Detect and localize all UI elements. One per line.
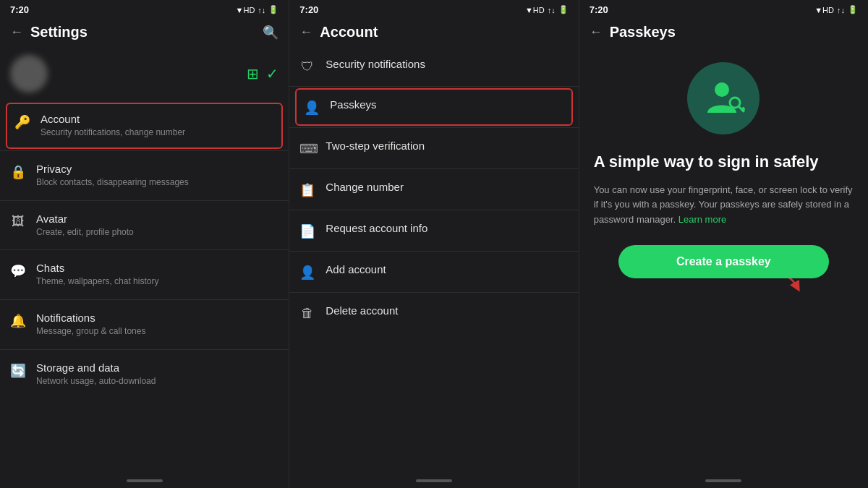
add-account-text: Add account [326,263,568,277]
avatar[interactable] [10,55,48,93]
screen-title-3: Passkeys [610,24,858,40]
bottom-bar-2 [289,474,578,488]
add-account-icon: 👤 [299,265,315,281]
menu-item-request-info[interactable]: 📄 Request account info [289,212,578,249]
change-number-title: Change number [326,181,568,193]
menu-item-change-number[interactable]: 📋 Change number [289,171,578,208]
svg-point-0 [715,82,729,97]
request-info-icon: 📄 [299,223,315,239]
battery-icon-3: 🔋 [848,5,858,14]
chats-icon: 💬 [10,263,26,279]
home-indicator-1 [127,479,163,482]
security-notifications-title: Security notifications [326,58,568,70]
signal-icon-2: ↑↓ [548,6,556,14]
bottom-bar-3 [579,474,868,488]
change-number-icon: 📋 [299,182,315,198]
screen-title-1: Settings [30,24,263,40]
network-icon-3: ▼HD [814,6,834,14]
menu-item-avatar[interactable]: 🖼 Avatar Create, edit, profile photo [0,202,289,249]
divider-a4 [289,210,578,210]
bottom-bar-1 [0,474,289,488]
menu-item-storage[interactable]: 🔄 Storage and data Network usage, auto-d… [0,351,289,398]
status-icons-2: ▼HD ↑↓ 🔋 [525,5,569,14]
back-button-3[interactable]: ← [590,25,603,40]
menu-item-delete-account[interactable]: 🗑 Delete account [289,294,578,331]
status-icons-1: ▼HD ↑↓ 🔋 [236,5,279,14]
divider-a2 [289,127,578,128]
panel-settings: 7:20 ▼HD ↑↓ 🔋 ← Settings 🔍 ⊞ ✓ 🔑 Account… [0,0,289,488]
learn-more-link[interactable]: Learn more [678,214,726,225]
chats-title: Chats [36,262,278,274]
account-menu: 🛡 Security notifications 👤 Passkeys ⌨ Tw… [289,48,578,474]
request-info-text: Request account info [326,222,568,236]
menu-item-passkeys[interactable]: 👤 Passkeys [295,88,572,126]
privacy-text: Privacy Block contacts, disappearing mes… [36,163,278,189]
panel-passkeys: 7:20 ▼HD ↑↓ 🔋 ← Passkeys A simple way to… [579,0,868,488]
menu-item-two-step[interactable]: ⌨ Two-step verification [289,129,578,167]
privacy-icon: 🔒 [10,164,26,180]
status-time-2: 7:20 [299,4,318,15]
add-account-title: Add account [326,263,568,275]
avatar-text: Avatar Create, edit, profile photo [36,213,278,239]
storage-title: Storage and data [36,361,278,374]
passkey-hero-icon [687,62,760,134]
divider-a3 [289,168,578,169]
notifications-text: Notifications Message, group & call tone… [36,312,278,338]
menu-item-privacy[interactable]: 🔒 Privacy Block contacts, disappearing m… [0,153,289,199]
notifications-icon: 🔔 [10,313,26,329]
back-button-1[interactable]: ← [10,25,23,40]
security-notifications-icon: 🛡 [299,59,315,74]
two-step-text: Two-step verification [326,140,568,153]
avatar-icon: 🖼 [10,214,26,229]
account-text: Account Security notifications, change n… [41,113,274,139]
status-icons-3: ▼HD ↑↓ 🔋 [814,5,858,14]
top-bar-1: ← Settings 🔍 [0,18,289,48]
chats-subtitle: Theme, wallpapers, chat history [36,275,278,288]
account-subtitle: Security notifications, change number [41,127,274,139]
request-info-title: Request account info [326,222,568,234]
search-icon-1[interactable]: 🔍 [263,25,278,40]
security-notifications-text: Security notifications [326,58,568,72]
passkeys-description: You can now use your fingerprint, face, … [594,183,854,228]
divider-a1 [289,86,578,87]
two-step-icon: ⌨ [299,141,315,157]
menu-item-security-notifications[interactable]: 🛡 Security notifications [289,48,578,85]
screen-title-2: Account [320,24,568,40]
network-icon-1: ▼HD [236,6,255,14]
change-number-text: Change number [326,181,568,194]
back-button-2[interactable]: ← [299,25,312,40]
battery-icon-1: 🔋 [268,5,278,14]
status-bar-2: 7:20 ▼HD ↑↓ 🔋 [289,0,578,18]
storage-text: Storage and data Network usage, auto-dow… [36,361,278,388]
status-time-3: 7:20 [590,4,608,15]
network-icon-2: ▼HD [525,6,545,14]
create-passkey-button[interactable]: Create a passkey [618,245,829,278]
menu-item-account[interactable]: 🔑 Account Security notifications, change… [6,103,283,149]
divider-1 [0,150,289,151]
profile-section[interactable]: ⊞ ✓ [0,48,289,103]
two-step-title: Two-step verification [326,140,568,152]
storage-subtitle: Network usage, auto-download [36,375,278,388]
signal-icon-3: ↑↓ [837,6,845,14]
account-icon: 🔑 [14,114,30,130]
chats-text: Chats Theme, wallpapers, chat history [36,262,278,288]
menu-item-add-account[interactable]: 👤 Add account [289,253,578,291]
passkeys-title: Passkeys [330,98,563,111]
home-indicator-2 [416,479,452,482]
delete-account-title: Delete account [326,304,568,317]
battery-icon-2: 🔋 [558,5,569,14]
notifications-subtitle: Message, group & call tones [36,325,278,338]
top-bar-3: ← Passkeys [579,18,868,48]
divider-5 [0,349,289,350]
storage-icon: 🔄 [10,363,26,379]
delete-account-text: Delete account [326,304,568,318]
qr-icon[interactable]: ⊞ [247,65,259,82]
divider-2 [0,200,289,201]
account-title: Account [41,113,274,125]
menu-item-chats[interactable]: 💬 Chats Theme, wallpapers, chat history [0,252,289,298]
passkeys-content: A simple way to sign in safely You can n… [579,48,868,474]
menu-item-notifications[interactable]: 🔔 Notifications Message, group & call to… [0,301,289,348]
settings-menu: 🔑 Account Security notifications, change… [0,103,289,474]
divider-a6 [289,292,578,293]
divider-3 [0,249,289,250]
